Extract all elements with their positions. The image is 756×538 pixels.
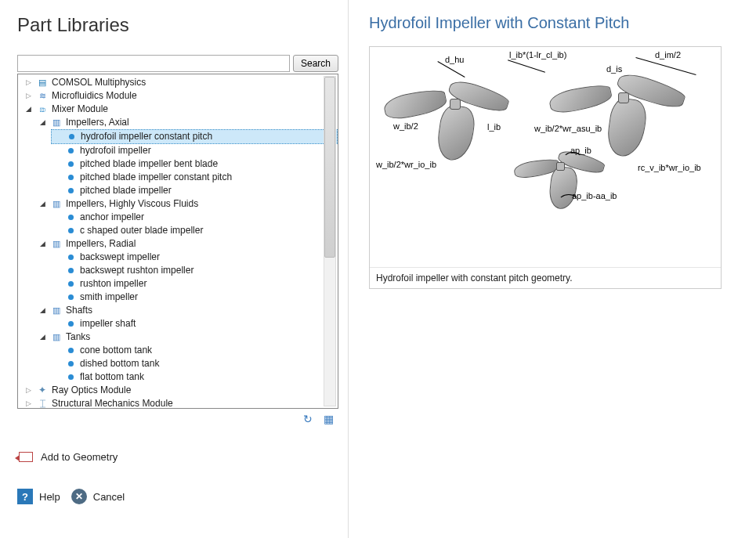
tree-item-label[interactable]: Tanks xyxy=(66,330,90,344)
bullet-icon xyxy=(64,172,77,183)
preview-box: d_hu w_ib/2 l_ib w_ib/2*wr_io_ib l_ib*(1… xyxy=(369,46,722,289)
tree-item-label[interactable]: Ray Optics Module xyxy=(52,384,131,397)
tree-item[interactable]: backswept rushton impeller xyxy=(51,264,338,277)
add-to-geometry-row[interactable]: Add to Geometry xyxy=(17,450,338,464)
module-icon: ⌶ xyxy=(36,399,49,410)
help-icon[interactable]: ? xyxy=(17,489,33,504)
tree-item-label[interactable]: Structural Mechanics Module xyxy=(52,397,173,409)
tree-item-label: dished bottom tank xyxy=(80,357,159,370)
tree-item[interactable]: dished bottom tank xyxy=(51,357,338,370)
page-title: Part Libraries xyxy=(17,14,338,36)
preview-description: Hydrofoil impeller with constant pitch g… xyxy=(370,268,721,288)
grid-toggle-icon[interactable]: ▦ xyxy=(321,412,335,426)
tree-item-label[interactable]: Impellers, Radial xyxy=(66,237,136,251)
expand-icon[interactable] xyxy=(24,92,33,100)
tree-item-label: c shaped outer blade impeller xyxy=(80,224,203,237)
tree-item[interactable]: anchor impeller xyxy=(51,211,338,224)
tree-item[interactable]: flat bottom tank xyxy=(51,370,338,384)
bullet-icon xyxy=(64,212,77,223)
tree-item-label: impeller shaft xyxy=(80,317,136,330)
footer-actions: ? Help ✕ Cancel xyxy=(17,489,338,504)
bullet-icon xyxy=(64,319,77,330)
tree-item[interactable]: backswept impeller xyxy=(51,251,338,264)
annotation: l_ib xyxy=(487,122,501,132)
category-icon xyxy=(50,199,63,210)
tree-item-label: anchor impeller xyxy=(80,211,144,224)
cancel-icon[interactable]: ✕ xyxy=(71,489,87,504)
module-icon: ⎄ xyxy=(36,104,49,115)
annotation: w_ib/2*wr_asu_ib xyxy=(534,124,602,133)
tree-item-label: pitched blade impeller xyxy=(80,184,172,197)
expand-icon[interactable] xyxy=(24,399,33,408)
expand-icon[interactable] xyxy=(24,386,33,395)
bullet-icon xyxy=(64,292,77,303)
scrollbar-thumb[interactable] xyxy=(324,77,335,258)
annotation: d_hu xyxy=(445,55,464,64)
tree-container: COMSOL Multiphysics Microfluidics Module… xyxy=(17,74,338,409)
tree-item-label: flat bottom tank xyxy=(80,370,144,384)
tree-item[interactable]: hydrofoil impeller xyxy=(51,144,338,157)
category-icon xyxy=(50,117,63,128)
cancel-label[interactable]: Cancel xyxy=(93,491,125,503)
bullet-icon xyxy=(64,226,77,237)
tree-toolbar: ↻ ▦ xyxy=(17,409,338,426)
tree-item-selected[interactable]: hydrofoil impeller constant pitch xyxy=(51,129,338,144)
collapse-icon[interactable] xyxy=(38,240,47,248)
bullet-icon xyxy=(64,265,77,276)
help-label[interactable]: Help xyxy=(39,491,60,503)
right-panel: Hydrofoil Impeller with Constant Pitch d… xyxy=(349,0,756,538)
search-input[interactable] xyxy=(17,55,290,72)
bullet-icon xyxy=(64,279,77,290)
tree-item[interactable]: pitched blade impeller constant pitch xyxy=(51,171,338,184)
tree-item[interactable]: c shaped outer blade impeller xyxy=(51,224,338,237)
collapse-icon[interactable] xyxy=(24,105,33,114)
bullet-icon xyxy=(64,372,77,383)
annotation: w_ib/2 xyxy=(393,121,418,131)
tree-item-label: backswept rushton impeller xyxy=(80,264,194,277)
diagram: d_hu w_ib/2 l_ib w_ib/2*wr_io_ib l_ib*(1… xyxy=(370,47,721,268)
collapse-icon[interactable] xyxy=(38,200,47,208)
hub-icon xyxy=(450,99,461,110)
tree-item[interactable]: pitched blade impeller bent blade xyxy=(51,157,338,171)
refresh-icon[interactable]: ↻ xyxy=(301,412,315,426)
tree-item-label[interactable]: COMSOL Multiphysics xyxy=(52,76,146,89)
tree-item[interactable]: impeller shaft xyxy=(51,317,338,330)
tree-item-label: hydrofoil impeller xyxy=(80,144,151,157)
expand-icon[interactable] xyxy=(24,78,33,87)
bullet-icon xyxy=(64,159,77,170)
annotation: l_ib*(1-lr_cl_ib) xyxy=(509,50,566,60)
bullet-icon xyxy=(64,345,77,356)
left-panel: Part Libraries Search COMSOL Multiphysic… xyxy=(0,0,349,538)
search-button[interactable]: Search xyxy=(293,55,338,72)
tree-item-label[interactable]: Mixer Module xyxy=(52,103,108,116)
tree-item[interactable]: rushton impeller xyxy=(51,277,338,291)
tree-item-label[interactable]: Impellers, Highly Viscous Fluids xyxy=(66,197,198,211)
tree-item-label: pitched blade impeller bent blade xyxy=(80,157,218,171)
tree-item-label[interactable]: Impellers, Axial xyxy=(66,116,129,129)
collapse-icon[interactable] xyxy=(38,333,47,341)
annotation: rc_v_ib*wr_io_ib xyxy=(638,163,701,172)
add-to-geometry-label: Add to Geometry xyxy=(41,451,118,463)
tree-item-label: rushton impeller xyxy=(80,277,146,291)
tree-item-label: smith impeller xyxy=(80,291,138,304)
tree-item[interactable]: pitched blade impeller xyxy=(51,184,338,197)
tree-item-label: hydrofoil impeller constant pitch xyxy=(81,130,212,143)
collapse-icon[interactable] xyxy=(38,306,47,315)
annotation: d_is xyxy=(606,64,622,74)
module-icon xyxy=(36,91,49,102)
collapse-icon[interactable] xyxy=(38,118,47,127)
scrollbar[interactable] xyxy=(324,76,336,406)
angle-arc xyxy=(558,194,580,211)
tree-item-label: pitched blade impeller constant pitch xyxy=(80,171,232,184)
category-icon xyxy=(50,332,63,343)
tree-item[interactable]: cone bottom tank xyxy=(51,344,338,357)
category-icon xyxy=(50,305,63,316)
tree-item-label[interactable]: Shafts xyxy=(66,304,92,317)
tree-item-label[interactable]: Microfluidics Module xyxy=(52,89,137,103)
tree-item[interactable]: smith impeller xyxy=(51,291,338,304)
bullet-icon xyxy=(65,132,78,143)
annotation: d_im/2 xyxy=(655,50,681,60)
tree-item-label: backswept impeller xyxy=(80,251,160,264)
bullet-icon xyxy=(64,186,77,197)
library-tree[interactable]: COMSOL Multiphysics Microfluidics Module… xyxy=(18,76,338,409)
